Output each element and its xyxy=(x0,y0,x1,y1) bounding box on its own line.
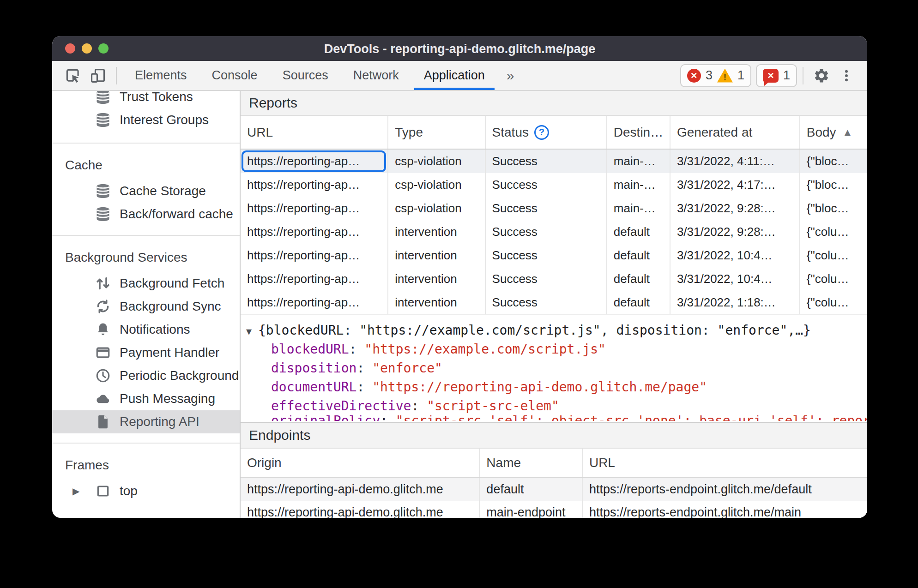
report-body-cell[interactable]: {"colu… xyxy=(800,267,867,291)
report-destination-cell[interactable]: default xyxy=(607,220,670,244)
report-destination-cell[interactable]: main-… xyxy=(607,197,670,220)
column-header-name[interactable]: Name xyxy=(480,449,583,477)
report-row[interactable]: https://reporting-ap… csp-violation Succ… xyxy=(241,197,867,220)
endpoint-origin-cell[interactable]: https://reporting-api-demo.glitch.me xyxy=(241,501,480,518)
issues-button[interactable]: ✕ 1 xyxy=(756,64,797,87)
report-generated-cell[interactable]: 3/31/2022, 4:11:… xyxy=(670,150,800,173)
endpoint-url-cell[interactable]: https://reports-endpoint.glitch.me/main xyxy=(583,501,867,518)
report-destination-cell[interactable]: default xyxy=(607,267,670,291)
report-row[interactable]: https://reporting-ap… intervention Succe… xyxy=(241,244,867,267)
report-type-cell[interactable]: csp-violation xyxy=(388,197,485,220)
report-row[interactable]: https://reporting-ap… intervention Succe… xyxy=(241,220,867,244)
column-header-status[interactable]: Status ? xyxy=(486,116,607,149)
report-url-cell[interactable]: https://reporting-ap… xyxy=(241,267,388,291)
report-type-cell[interactable]: csp-violation xyxy=(388,173,485,197)
column-header-origin[interactable]: Origin xyxy=(241,449,480,477)
sidebar-item-top-frame[interactable]: ▶ top xyxy=(52,480,240,503)
column-header-body[interactable]: Body ▲ xyxy=(800,116,867,149)
report-status-cell[interactable]: Success xyxy=(486,173,607,197)
sidebar-section-background-services: Background Services Background Fetch Bac… xyxy=(52,235,240,443)
report-generated-cell[interactable]: 3/31/2022, 9:28:… xyxy=(670,220,800,244)
report-status-cell[interactable]: Success xyxy=(486,220,607,244)
report-type-cell[interactable]: csp-violation xyxy=(388,150,485,173)
report-status-cell[interactable]: Success xyxy=(486,197,607,220)
report-body-cell[interactable]: {"colu… xyxy=(800,244,867,267)
sidebar-item-interest-groups[interactable]: Interest Groups xyxy=(52,108,240,132)
report-status-cell[interactable]: Success xyxy=(486,244,607,267)
chevron-right-icon[interactable]: ▶ xyxy=(72,486,86,497)
report-destination-cell[interactable]: main-… xyxy=(607,173,670,197)
endpoint-url-cell[interactable]: https://reports-endpoint.glitch.me/defau… xyxy=(583,478,867,501)
sidebar-item-notifications[interactable]: Notifications xyxy=(52,318,240,341)
expand-triangle-icon[interactable]: ▼ xyxy=(246,322,258,340)
column-header-destination[interactable]: Destin… xyxy=(607,116,670,149)
toolbar-divider xyxy=(803,67,803,84)
sidebar-item-periodic-background-sync[interactable]: Periodic Background xyxy=(52,364,240,387)
sort-ascending-icon: ▲ xyxy=(843,126,853,138)
inspect-element-button[interactable] xyxy=(60,63,85,88)
report-url-cell[interactable]: https://reporting-ap… xyxy=(241,220,388,244)
report-generated-cell[interactable]: 3/31/2022, 9:28:… xyxy=(670,197,800,220)
device-toolbar-button[interactable] xyxy=(85,63,110,88)
report-body-cell[interactable]: {"bloc… xyxy=(800,197,867,220)
report-row[interactable]: https://reporting-ap… intervention Succe… xyxy=(241,291,867,314)
endpoint-row[interactable]: https://reporting-api-demo.glitch.me mai… xyxy=(241,501,867,518)
sidebar-item-payment-handler[interactable]: Payment Handler xyxy=(52,341,240,364)
console-errors-warnings-button[interactable]: ✕ 3 ! 1 xyxy=(680,64,751,87)
report-generated-cell[interactable]: 3/31/2022, 4:17:… xyxy=(670,173,800,197)
report-body-cell[interactable]: {"colu… xyxy=(800,291,867,314)
report-body-cell[interactable]: {"bloc… xyxy=(800,173,867,197)
endpoint-name-cell[interactable]: main-endpoint xyxy=(480,501,583,518)
tab-sources[interactable]: Sources xyxy=(270,61,341,90)
report-type-cell[interactable]: intervention xyxy=(388,220,485,244)
sidebar-item-cache-storage[interactable]: Cache Storage xyxy=(52,180,240,203)
sidebar-item-push-messaging[interactable]: Push Messaging xyxy=(52,387,240,410)
clock-icon xyxy=(95,367,111,384)
endpoint-row[interactable]: https://reporting-api-demo.glitch.me def… xyxy=(241,478,867,501)
report-generated-cell[interactable]: 3/31/2022, 1:18:… xyxy=(670,291,800,314)
column-header-endpoint-url[interactable]: URL xyxy=(583,449,867,477)
cloud-icon xyxy=(95,390,111,407)
sidebar-item-background-sync[interactable]: Background Sync xyxy=(52,295,240,318)
report-url-cell[interactable]: https://reporting-ap… xyxy=(241,173,388,197)
report-status-cell[interactable]: Success xyxy=(486,150,607,173)
report-type-cell[interactable]: intervention xyxy=(388,244,485,267)
settings-button[interactable] xyxy=(809,63,834,88)
report-row[interactable]: https://reporting-ap… csp-violation Succ… xyxy=(241,150,867,173)
report-url-cell[interactable]: https://reporting-ap… xyxy=(241,244,388,267)
report-url-cell[interactable]: https://reporting-ap… xyxy=(241,291,388,314)
report-type-cell[interactable]: intervention xyxy=(388,291,485,314)
column-header-url[interactable]: URL xyxy=(241,116,388,149)
report-url-cell[interactable]: https://reporting-ap… xyxy=(241,197,388,220)
sidebar-item-label: Periodic Background xyxy=(120,368,239,383)
report-generated-cell[interactable]: 3/31/2022, 10:4… xyxy=(670,244,800,267)
report-body-cell[interactable]: {"bloc… xyxy=(800,150,867,173)
sidebar-item-back-forward-cache[interactable]: Back/forward cache xyxy=(52,203,240,226)
report-type-cell[interactable]: intervention xyxy=(388,267,485,291)
tab-console[interactable]: Console xyxy=(199,61,270,90)
column-header-generated-at[interactable]: Generated at xyxy=(670,116,800,149)
report-status-cell[interactable]: Success xyxy=(486,291,607,314)
endpoint-name-cell[interactable]: default xyxy=(480,478,583,501)
column-header-type[interactable]: Type xyxy=(388,116,485,149)
report-row[interactable]: https://reporting-ap… intervention Succe… xyxy=(241,267,867,291)
tab-elements[interactable]: Elements xyxy=(122,61,199,90)
tab-application[interactable]: Application xyxy=(411,61,497,90)
report-destination-cell[interactable]: default xyxy=(607,244,670,267)
sidebar-item-reporting-api[interactable]: Reporting API xyxy=(52,410,240,433)
report-status-cell[interactable]: Success xyxy=(486,267,607,291)
more-tabs-button[interactable]: » xyxy=(497,61,524,90)
report-row[interactable]: https://reporting-ap… csp-violation Succ… xyxy=(241,173,867,197)
help-icon[interactable]: ? xyxy=(534,125,549,140)
endpoint-origin-cell[interactable]: https://reporting-api-demo.glitch.me xyxy=(241,478,480,501)
more-options-button[interactable] xyxy=(834,63,859,88)
report-destination-cell[interactable]: main-… xyxy=(607,150,670,173)
report-destination-cell[interactable]: default xyxy=(607,291,670,314)
report-url-cell[interactable]: https://reporting-ap… xyxy=(241,150,388,173)
report-generated-cell[interactable]: 3/31/2022, 10:4… xyxy=(670,267,800,291)
sidebar-item-label: Notifications xyxy=(120,322,190,337)
tab-network[interactable]: Network xyxy=(341,61,411,90)
sidebar-item-trust-tokens[interactable]: Trust Tokens xyxy=(52,91,240,108)
sidebar-item-background-fetch[interactable]: Background Fetch xyxy=(52,272,240,295)
report-body-cell[interactable]: {"colu… xyxy=(800,220,867,244)
